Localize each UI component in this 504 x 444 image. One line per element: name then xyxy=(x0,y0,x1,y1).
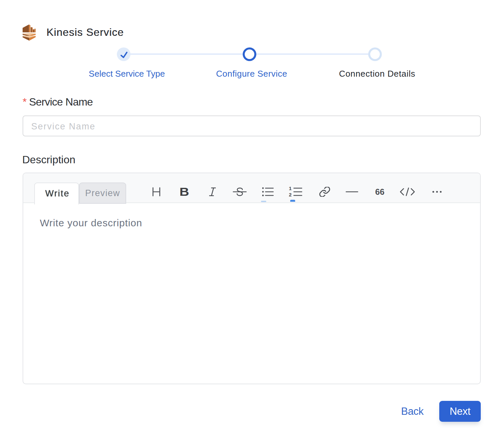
svg-text:2: 2 xyxy=(289,191,292,197)
svg-text:1: 1 xyxy=(289,187,292,191)
